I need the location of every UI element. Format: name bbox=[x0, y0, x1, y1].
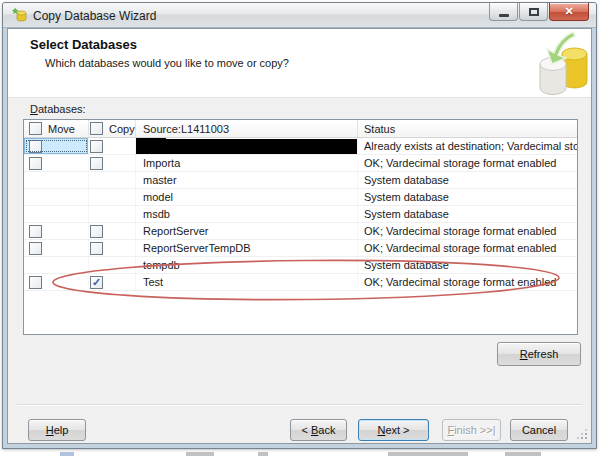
column-header-source[interactable]: Source:L1411003 bbox=[136, 120, 358, 137]
titlebar[interactable]: Copy Database Wizard ✕ bbox=[3, 3, 596, 28]
database-name: Importa bbox=[136, 155, 358, 171]
copy-cell bbox=[89, 155, 136, 171]
maximize-button[interactable] bbox=[519, 3, 548, 21]
copy-database-icon bbox=[538, 30, 588, 96]
table-row[interactable]: ReportServer OK; Vardecimal storage form… bbox=[24, 223, 577, 240]
copy-cell bbox=[89, 189, 136, 205]
database-status: System database bbox=[358, 257, 577, 273]
help-button[interactable]: Help bbox=[28, 419, 86, 441]
table-row[interactable]: ✓ Test OK; Vardecimal storage format ena… bbox=[24, 274, 577, 291]
databases-table: Move Copy Source:L1411003 Status Already… bbox=[23, 119, 578, 335]
database-name: msdb bbox=[136, 206, 358, 222]
move-cell bbox=[24, 274, 89, 290]
background-artifact bbox=[60, 452, 74, 456]
copy-cell bbox=[89, 240, 136, 256]
database-name: ReportServerTempDB bbox=[136, 240, 358, 256]
column-label-copy: Copy bbox=[109, 123, 135, 135]
background-artifact bbox=[186, 452, 214, 456]
database-status: System database bbox=[358, 172, 577, 188]
minimize-button[interactable] bbox=[489, 3, 518, 21]
move-cell bbox=[24, 138, 89, 154]
copy-select-all-checkbox[interactable] bbox=[90, 122, 103, 135]
table-row[interactable]: Already exists at destination; Vardecima… bbox=[24, 138, 577, 155]
column-header-copy[interactable]: Copy bbox=[89, 120, 136, 137]
move-checkbox[interactable] bbox=[29, 140, 42, 153]
window-controls: ✕ bbox=[489, 3, 589, 21]
maximize-icon bbox=[529, 8, 539, 16]
cancel-button[interactable]: Cancel bbox=[510, 419, 568, 441]
move-cell bbox=[24, 240, 89, 256]
move-checkbox[interactable] bbox=[29, 157, 42, 170]
table-row[interactable]: tempdb System database bbox=[24, 257, 577, 274]
database-status: System database bbox=[358, 189, 577, 205]
close-icon: ✕ bbox=[564, 5, 573, 18]
column-label-source: Source:L1411003 bbox=[143, 123, 229, 135]
move-cell bbox=[24, 189, 89, 205]
database-status: OK; Vardecimal storage format enabled bbox=[358, 274, 577, 290]
table-body: Already exists at destination; Vardecima… bbox=[24, 138, 577, 291]
copy-cell bbox=[89, 257, 136, 273]
move-cell bbox=[24, 223, 89, 239]
minimize-icon bbox=[499, 14, 509, 17]
page-title: Select Databases bbox=[30, 37, 137, 52]
copy-checkbox[interactable] bbox=[90, 242, 103, 255]
move-cell bbox=[24, 172, 89, 188]
column-label-move: Move bbox=[48, 123, 75, 135]
background-artifact bbox=[388, 452, 468, 456]
dialog-body: Select Databases Which databases would y… bbox=[7, 28, 592, 444]
table-row[interactable]: model System database bbox=[24, 189, 577, 206]
database-name: tempdb bbox=[136, 257, 358, 273]
window-title: Copy Database Wizard bbox=[33, 9, 156, 23]
column-header-status[interactable]: Status bbox=[358, 120, 577, 137]
back-button[interactable]: < Back bbox=[290, 419, 347, 441]
column-header-move[interactable]: Move bbox=[24, 120, 89, 137]
database-status: Already exists at destination; Vardecima… bbox=[358, 138, 577, 154]
copy-cell bbox=[89, 172, 136, 188]
background-artifact bbox=[505, 452, 541, 456]
button-separator bbox=[17, 404, 582, 406]
table-row[interactable]: master System database bbox=[24, 172, 577, 189]
databases-label: Databases: bbox=[30, 103, 86, 115]
database-name bbox=[136, 138, 358, 154]
move-select-all-checkbox[interactable] bbox=[29, 122, 42, 135]
database-status: OK; Vardecimal storage format enabled bbox=[358, 223, 577, 239]
copy-cell bbox=[89, 138, 136, 154]
table-row[interactable]: Importa OK; Vardecimal storage format en… bbox=[24, 155, 577, 172]
copy-database-wizard-window: Copy Database Wizard ✕ Select Databases … bbox=[2, 2, 597, 449]
copy-checkbox[interactable] bbox=[90, 157, 103, 170]
database-name: ReportServer bbox=[136, 223, 358, 239]
refresh-button[interactable]: Refresh bbox=[497, 342, 581, 366]
page-subtitle: Which databases would you like to move o… bbox=[45, 57, 289, 69]
copy-checkbox[interactable] bbox=[90, 225, 103, 238]
database-status: OK; Vardecimal storage format enabled bbox=[358, 155, 577, 171]
close-button[interactable]: ✕ bbox=[549, 3, 589, 21]
next-button[interactable]: Next > bbox=[358, 419, 429, 441]
move-cell bbox=[24, 206, 89, 222]
move-checkbox[interactable] bbox=[29, 242, 42, 255]
move-checkbox[interactable] bbox=[29, 276, 42, 289]
resize-grip[interactable] bbox=[578, 430, 588, 440]
move-checkbox[interactable] bbox=[29, 225, 42, 238]
copy-cell bbox=[89, 206, 136, 222]
database-name: Test bbox=[136, 274, 358, 290]
wizard-icon bbox=[12, 7, 28, 23]
database-status: System database bbox=[358, 206, 577, 222]
database-name: model bbox=[136, 189, 358, 205]
table-row[interactable]: ReportServerTempDB OK; Vardecimal storag… bbox=[24, 240, 577, 257]
database-status: OK; Vardecimal storage format enabled bbox=[358, 240, 577, 256]
database-name: master bbox=[136, 172, 358, 188]
finish-button[interactable]: Finish >>| bbox=[442, 419, 501, 441]
move-cell bbox=[24, 257, 89, 273]
copy-checkbox[interactable] bbox=[90, 140, 103, 153]
copy-cell bbox=[89, 223, 136, 239]
copy-cell: ✓ bbox=[89, 274, 136, 290]
redacted-name-bar bbox=[136, 139, 358, 154]
move-cell bbox=[24, 155, 89, 171]
table-header: Move Copy Source:L1411003 Status bbox=[24, 120, 577, 138]
background-artifact bbox=[258, 452, 268, 456]
copy-checkbox[interactable]: ✓ bbox=[90, 276, 103, 289]
table-row[interactable]: msdb System database bbox=[24, 206, 577, 223]
wizard-header: Select Databases Which databases would y… bbox=[8, 29, 591, 98]
column-label-status: Status bbox=[364, 123, 395, 135]
